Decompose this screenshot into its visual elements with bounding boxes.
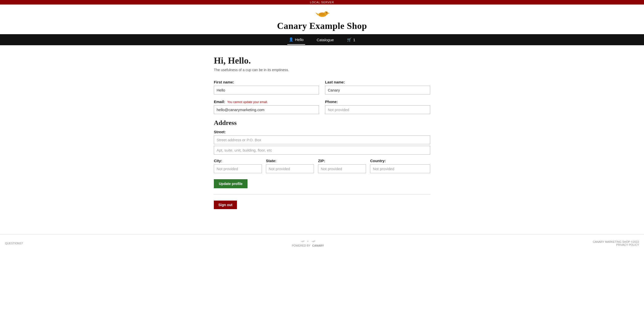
svg-marker-13 (311, 241, 312, 242)
banner-text: LOCAL SERVER (310, 1, 334, 4)
greeting-title: Hi, Hello. (214, 55, 430, 66)
street-inputs (214, 135, 430, 155)
address-section-title: Address (214, 119, 430, 127)
footer-right: CANARY MARKETING SHOP ©2022 PRIVACY POLI… (593, 240, 639, 246)
nav-hello-label: Hello (295, 37, 304, 42)
greeting-subtitle: The usefulness of a cup can be in its em… (214, 68, 430, 72)
zip-label: ZIP: (318, 159, 366, 163)
footer-plus-icon: + (307, 240, 309, 243)
privacy-policy-link[interactable]: PRIVACY POLICY (593, 243, 639, 246)
svg-marker-8 (304, 241, 305, 241)
update-profile-button[interactable]: Update profile (214, 179, 248, 188)
street-label: Street: (214, 130, 430, 134)
footer-powered-by: POWERED BY CANARY (292, 244, 324, 247)
local-server-banner: LOCAL SERVER (0, 0, 644, 5)
footer-logo-row: + (300, 240, 316, 243)
user-icon: 👤 (289, 37, 294, 42)
nav-cart-label: 1 (353, 38, 355, 42)
country-group: Country: (370, 159, 430, 173)
svg-marker-3 (315, 12, 318, 15)
email-note: You cannot update your email. (227, 100, 268, 104)
last-name-group: Last name: (325, 80, 430, 95)
country-input[interactable] (370, 164, 430, 173)
svg-point-5 (326, 12, 327, 13)
svg-point-4 (319, 13, 325, 16)
email-label: Email: You cannot update your email. (214, 100, 319, 104)
cart-icon: 🛒 (347, 37, 352, 42)
email-phone-row: Email: You cannot update your email. Pho… (214, 100, 430, 114)
nav-cart[interactable]: 🛒1 (345, 35, 357, 44)
nav-catalogue-label: Catalogue (317, 38, 334, 42)
footer-bird-left-icon (300, 240, 305, 243)
phone-input[interactable] (325, 105, 430, 114)
first-name-label: First name: (214, 80, 319, 84)
nav-hello[interactable]: 👤 Hello (287, 35, 305, 45)
street1-input[interactable] (214, 135, 430, 144)
email-input[interactable] (214, 105, 319, 114)
profile-form: First name: Last name: Email: You cannot… (214, 80, 430, 209)
svg-point-1 (324, 11, 328, 15)
main-content: Hi, Hello. The usefulness of a cup can b… (209, 45, 435, 224)
city-row: City: State: ZIP: Country: (214, 159, 430, 173)
phone-group: Phone: (325, 100, 430, 114)
first-name-input[interactable] (214, 86, 319, 95)
footer-bird-right-icon (311, 240, 316, 243)
city-input[interactable] (214, 164, 262, 173)
country-label: Country: (370, 159, 430, 163)
street-group: Street: (214, 130, 430, 155)
last-name-input[interactable] (325, 86, 430, 95)
email-group: Email: You cannot update your email. (214, 100, 319, 114)
zip-group: ZIP: (318, 159, 366, 173)
site-title: Canary Example Shop (277, 21, 367, 31)
state-input[interactable] (266, 164, 314, 173)
last-name-label: Last name: (325, 80, 430, 84)
nav-catalogue[interactable]: Catalogue (315, 35, 335, 44)
zip-input[interactable] (318, 164, 366, 173)
site-footer: QUESTIONS? + POWERED BY CANARY CANARY MA… (0, 234, 644, 252)
city-group: City: (214, 159, 262, 173)
svg-marker-12 (315, 241, 316, 241)
name-row: First name: Last name: (214, 80, 430, 95)
first-name-group: First name: (214, 80, 319, 95)
svg-point-11 (314, 240, 315, 242)
site-nav: 👤 Hello Catalogue 🛒1 (0, 34, 644, 45)
city-label: City: (214, 159, 262, 163)
footer-copyright: CANARY MARKETING SHOP ©2022 (593, 240, 639, 243)
phone-label: Phone: (325, 100, 430, 104)
site-logo-bird (314, 9, 330, 19)
footer-center: + POWERED BY CANARY (292, 240, 324, 247)
footer-questions: QUESTIONS? (5, 242, 23, 245)
svg-point-7 (303, 240, 304, 242)
state-group: State: (266, 159, 314, 173)
svg-marker-2 (328, 13, 330, 14)
section-divider (214, 194, 430, 195)
signout-button[interactable]: Sign out (214, 201, 237, 209)
svg-marker-9 (300, 241, 301, 242)
site-header: Canary Example Shop (0, 5, 644, 34)
street2-input[interactable] (214, 146, 430, 155)
state-label: State: (266, 159, 314, 163)
